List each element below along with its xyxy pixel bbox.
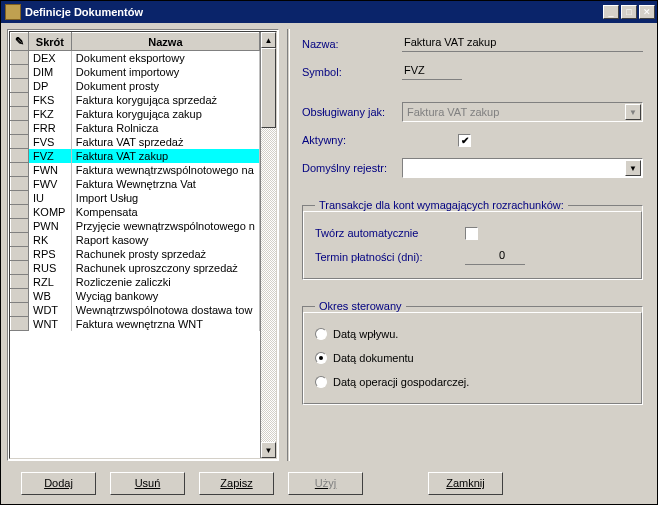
input-termin[interactable]: 0 — [465, 249, 525, 265]
label-tworz: Twórz automatycznie — [315, 227, 465, 239]
row-header[interactable] — [11, 79, 29, 93]
row-header[interactable] — [11, 107, 29, 121]
row-header[interactable] — [11, 51, 29, 65]
scroll-down-icon[interactable]: ▼ — [261, 442, 276, 458]
legend-transakcje: Transakcje dla kont wymagających rozrach… — [315, 199, 568, 211]
cell-nazwa: Faktura Wewnętrzna Vat — [71, 177, 259, 191]
col-nazwa[interactable]: Nazwa — [71, 33, 259, 51]
cell-nazwa: Dokument importowy — [71, 65, 259, 79]
dodaj-button[interactable]: Dodaj — [21, 472, 96, 495]
table-row[interactable]: FKSFaktura korygująca sprzedaż — [11, 93, 260, 107]
table-row[interactable]: KOMPKompensata — [11, 205, 260, 219]
table-row[interactable]: WDTWewnątrzwspólnotowa dostawa tow — [11, 303, 260, 317]
window-title: Definicje Dokumentów — [25, 6, 601, 18]
radio-wplyw[interactable]: Datą wpływu. — [315, 322, 630, 346]
cell-skrot: DEX — [29, 51, 72, 65]
table-row[interactable]: FWVFaktura Wewnętrzna Vat — [11, 177, 260, 191]
cell-skrot: KOMP — [29, 205, 72, 219]
radio-operacja[interactable]: Datą operacji gospodarczej. — [315, 370, 630, 394]
cell-nazwa: Raport kasowy — [71, 233, 259, 247]
row-header[interactable] — [11, 303, 29, 317]
input-nazwa[interactable]: Faktura VAT zakup — [402, 36, 643, 52]
table-row[interactable]: IUImport Usług — [11, 191, 260, 205]
row-header[interactable] — [11, 93, 29, 107]
radio-dokument[interactable]: Datą dokumentu — [315, 346, 630, 370]
row-header[interactable] — [11, 317, 29, 331]
table-row[interactable]: RKRaport kasowy — [11, 233, 260, 247]
row-header[interactable] — [11, 275, 29, 289]
table-row[interactable]: FRRFaktura Rolnicza — [11, 121, 260, 135]
cell-skrot: WB — [29, 289, 72, 303]
zamknij-button[interactable]: Zamknij — [428, 472, 503, 495]
checkbox-aktywny[interactable]: ✔ — [458, 134, 471, 147]
table-row[interactable]: FKZFaktura korygująca zakup — [11, 107, 260, 121]
table-row[interactable]: DIMDokument importowy — [11, 65, 260, 79]
row-header[interactable] — [11, 121, 29, 135]
scroll-up-icon[interactable]: ▲ — [261, 32, 276, 48]
row-header[interactable] — [11, 205, 29, 219]
chevron-down-icon[interactable]: ▼ — [625, 160, 641, 176]
table-row[interactable]: DPDokument prosty — [11, 79, 260, 93]
cell-nazwa: Faktura korygująca sprzedaż — [71, 93, 259, 107]
scroll-track[interactable] — [261, 48, 276, 442]
row-header[interactable] — [11, 261, 29, 275]
row-header[interactable] — [11, 149, 29, 163]
combo-obsluga: Faktura VAT zakup ▼ — [402, 102, 643, 122]
checkbox-tworz[interactable] — [465, 227, 478, 240]
row-header[interactable] — [11, 289, 29, 303]
cell-nazwa: Rachunek uproszczony sprzedaż — [71, 261, 259, 275]
table-row[interactable]: RPSRachunek prosty sprzedaż — [11, 247, 260, 261]
cell-skrot: RPS — [29, 247, 72, 261]
row-header[interactable] — [11, 163, 29, 177]
close-button[interactable]: ✕ — [639, 5, 655, 19]
radio-icon — [315, 328, 327, 340]
cell-skrot: FVZ — [29, 149, 72, 163]
table-row[interactable]: WBWyciąg bankowy — [11, 289, 260, 303]
usun-button[interactable]: Usuń — [110, 472, 185, 495]
table-row[interactable]: FVZFaktura VAT zakup — [11, 149, 260, 163]
table-row[interactable]: RZLRozliczenie zaliczki — [11, 275, 260, 289]
scroll-thumb[interactable] — [261, 48, 276, 128]
table-row[interactable]: FVSFaktura VAT sprzedaż — [11, 135, 260, 149]
radio-icon — [315, 376, 327, 388]
row-header[interactable] — [11, 177, 29, 191]
minimize-button[interactable]: _ — [603, 5, 619, 19]
table-row[interactable]: PWNPrzyjęcie wewnątrzwspólnotowego n — [11, 219, 260, 233]
app-icon — [5, 4, 21, 20]
table-row[interactable]: RUSRachunek uproszczony sprzedaż — [11, 261, 260, 275]
grid-corner[interactable]: ✎ — [11, 33, 29, 51]
label-termin: Termin płatności (dni): — [315, 251, 465, 263]
zapisz-button[interactable]: Zapisz — [199, 472, 274, 495]
combo-rejestr[interactable]: ▼ — [402, 158, 643, 178]
label-rejestr: Domyślny rejestr: — [302, 162, 402, 174]
cell-skrot: WDT — [29, 303, 72, 317]
cell-nazwa: Faktura wewnętrzna WNT — [71, 317, 259, 331]
maximize-button[interactable]: □ — [621, 5, 637, 19]
table-row[interactable]: WNTFaktura wewnętrzna WNT — [11, 317, 260, 331]
row-header[interactable] — [11, 65, 29, 79]
label-aktywny: Aktywny: — [302, 134, 402, 146]
chevron-down-icon: ▼ — [625, 104, 641, 120]
col-skrot[interactable]: Skrót — [29, 33, 72, 51]
cell-nazwa: Faktura korygująca zakup — [71, 107, 259, 121]
label-obsluga: Obsługiwany jak: — [302, 106, 402, 118]
cell-skrot: RK — [29, 233, 72, 247]
input-symbol[interactable]: FVZ — [402, 64, 462, 80]
cell-nazwa: Faktura wewnątrzwspólnotowego na — [71, 163, 259, 177]
cell-nazwa: Faktura VAT sprzedaż — [71, 135, 259, 149]
row-header[interactable] — [11, 191, 29, 205]
row-header[interactable] — [11, 219, 29, 233]
row-header[interactable] — [11, 233, 29, 247]
row-header[interactable] — [11, 247, 29, 261]
grid-scrollbar[interactable]: ▲ ▼ — [260, 32, 276, 458]
table-row[interactable]: FWNFaktura wewnątrzwspólnotowego na — [11, 163, 260, 177]
group-transakcje: Transakcje dla kont wymagających rozrach… — [302, 199, 643, 280]
documents-grid[interactable]: ✎ Skrót Nazwa DEXDokument eksportowyDIMD… — [7, 29, 279, 461]
cell-skrot: RZL — [29, 275, 72, 289]
table-row[interactable]: DEXDokument eksportowy — [11, 51, 260, 65]
cell-nazwa: Przyjęcie wewnątrzwspólnotowego n — [71, 219, 259, 233]
legend-okres: Okres sterowany — [315, 300, 406, 312]
cell-nazwa: Dokument prosty — [71, 79, 259, 93]
row-header[interactable] — [11, 135, 29, 149]
splitter[interactable] — [287, 29, 290, 461]
